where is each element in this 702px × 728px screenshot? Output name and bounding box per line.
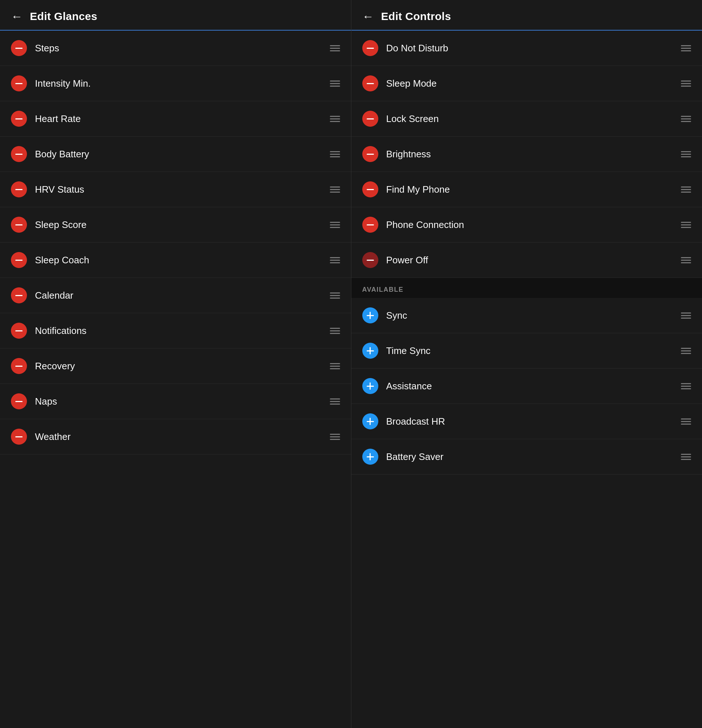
remove-button-lock-screen[interactable] [362, 111, 378, 127]
drag-handle-line [330, 45, 340, 46]
item-label-intensity-min: Intensity Min. [35, 78, 330, 89]
drag-handle-line [681, 318, 691, 319]
drag-handle-line [681, 118, 691, 120]
drag-handle-assistance[interactable] [681, 383, 691, 389]
right-back-button[interactable]: ← [362, 10, 374, 22]
drag-handle-body-battery[interactable] [330, 151, 340, 157]
drag-handle-brightness[interactable] [681, 151, 691, 157]
drag-handle-line [681, 348, 691, 349]
drag-handle-heart-rate[interactable] [330, 116, 340, 122]
remove-button-sleep-coach[interactable] [11, 252, 27, 268]
drag-handle-line [681, 262, 691, 263]
remove-button-brightness[interactable] [362, 146, 378, 162]
drag-handle-power-off[interactable] [681, 257, 691, 263]
drag-handle-line [330, 224, 340, 225]
drag-handle-calendar[interactable] [330, 292, 340, 299]
drag-handle-weather[interactable] [330, 434, 340, 440]
list-item-steps: Steps [0, 30, 351, 66]
minus-icon [367, 224, 374, 225]
remove-button-power-off[interactable] [362, 252, 378, 268]
item-label-hrv-status: HRV Status [35, 184, 330, 195]
drag-handle-line [330, 83, 340, 84]
drag-handle-recovery[interactable] [330, 363, 340, 369]
drag-handle-line [330, 363, 340, 364]
drag-handle-line [330, 116, 340, 117]
drag-handle-line [681, 423, 691, 425]
drag-handle-line [330, 368, 340, 369]
drag-handle-find-my-phone[interactable] [681, 186, 691, 193]
right-header: ← Edit Controls [351, 0, 702, 30]
drag-handle-do-not-disturb[interactable] [681, 45, 691, 51]
list-item-recovery: Recovery [0, 348, 351, 384]
item-label-assistance: Assistance [386, 381, 681, 392]
remove-button-find-my-phone[interactable] [362, 181, 378, 197]
drag-handle-line [330, 333, 340, 334]
list-item-naps: Naps [0, 384, 351, 419]
minus-icon [367, 83, 374, 84]
drag-handle-sleep-score[interactable] [330, 222, 340, 228]
drag-handle-line [330, 328, 340, 329]
add-button-battery-saver[interactable] [362, 449, 378, 465]
remove-button-hrv-status[interactable] [11, 181, 27, 197]
minus-icon [15, 83, 23, 84]
drag-handle-steps[interactable] [330, 45, 340, 51]
drag-handle-line [330, 403, 340, 404]
drag-handle-battery-saver[interactable] [681, 454, 691, 460]
drag-handle-line [330, 50, 340, 51]
item-label-sync: Sync [386, 310, 681, 321]
drag-handle-time-sync[interactable] [681, 348, 691, 354]
remove-button-notifications[interactable] [11, 323, 27, 339]
drag-handle-line [330, 330, 340, 331]
plus-icon [367, 453, 374, 460]
drag-handle-line [330, 121, 340, 122]
drag-handle-sleep-mode[interactable] [681, 81, 691, 87]
minus-icon [367, 189, 374, 190]
remove-button-recovery[interactable] [11, 358, 27, 374]
drag-handle-line [681, 151, 691, 152]
add-button-broadcast-hr[interactable] [362, 413, 378, 429]
remove-button-steps[interactable] [11, 40, 27, 56]
item-label-calendar: Calendar [35, 290, 330, 301]
drag-handle-line [330, 260, 340, 261]
drag-handle-sleep-coach[interactable] [330, 257, 340, 263]
add-button-sync[interactable] [362, 308, 378, 324]
item-label-time-sync: Time Sync [386, 345, 681, 357]
drag-handle-notifications[interactable] [330, 328, 340, 334]
remove-button-naps[interactable] [11, 393, 27, 409]
drag-handle-line [681, 421, 691, 422]
drag-handle-naps[interactable] [330, 399, 340, 404]
left-back-button[interactable]: ← [11, 10, 23, 22]
drag-handle-line [681, 388, 691, 389]
list-item-battery-saver: Battery Saver [351, 439, 702, 475]
drag-handle-hrv-status[interactable] [330, 186, 340, 193]
add-button-time-sync[interactable] [362, 343, 378, 359]
remove-button-weather[interactable] [11, 429, 27, 445]
plus-icon [367, 312, 374, 319]
remove-button-do-not-disturb[interactable] [362, 40, 378, 56]
drag-handle-phone-connection[interactable] [681, 222, 691, 228]
drag-handle-line [681, 257, 691, 258]
list-item-do-not-disturb: Do Not Disturb [351, 30, 702, 66]
drag-handle-line [330, 154, 340, 155]
drag-handle-lock-screen[interactable] [681, 116, 691, 122]
drag-handle-line [681, 260, 691, 261]
drag-handle-line [330, 81, 340, 82]
remove-button-calendar[interactable] [11, 287, 27, 303]
plus-icon [367, 347, 374, 354]
remove-button-body-battery[interactable] [11, 146, 27, 162]
drag-handle-intensity-min[interactable] [330, 81, 340, 87]
drag-handle-line [681, 189, 691, 190]
drag-handle-sync[interactable] [681, 312, 691, 319]
remove-button-heart-rate[interactable] [11, 111, 27, 127]
list-item-assistance: Assistance [351, 368, 702, 404]
drag-handle-broadcast-hr[interactable] [681, 419, 691, 425]
remove-button-sleep-mode[interactable] [362, 75, 378, 91]
drag-handle-line [330, 434, 340, 435]
add-button-assistance[interactable] [362, 378, 378, 394]
minus-icon [15, 436, 23, 438]
remove-button-phone-connection[interactable] [362, 217, 378, 233]
list-item-sleep-score: Sleep Score [0, 207, 351, 243]
remove-button-sleep-score[interactable] [11, 217, 27, 233]
remove-button-intensity-min[interactable] [11, 75, 27, 91]
minus-icon [15, 330, 23, 331]
